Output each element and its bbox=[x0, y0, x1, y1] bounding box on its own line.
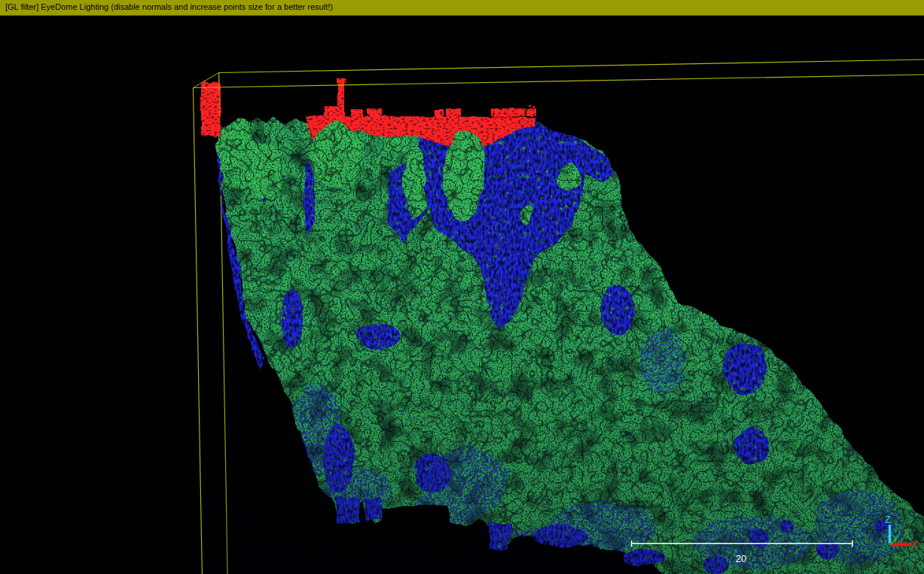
svg-text:20: 20 bbox=[736, 553, 746, 564]
svg-text:Z: Z bbox=[885, 514, 890, 525]
svg-text:Y: Y bbox=[892, 534, 898, 545]
svg-text:X: X bbox=[911, 539, 918, 550]
